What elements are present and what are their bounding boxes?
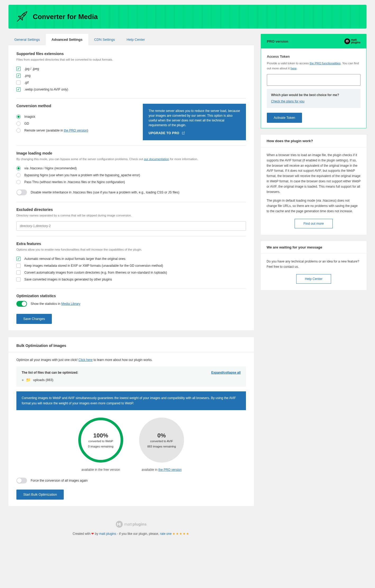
- tree-folder-label[interactable]: uploads (883): [33, 378, 53, 382]
- tab-cdn-settings[interactable]: CDN Settings: [88, 34, 121, 45]
- avif-notice: Converting images to WebP and AVIF simul…: [16, 391, 246, 410]
- section-bulk-optimization: Bulk Optimization of Images Optimize all…: [8, 337, 254, 506]
- link-expand-collapse[interactable]: Expand/collapse all: [211, 371, 241, 374]
- access-token-input[interactable]: [267, 74, 360, 86]
- checkbox-png[interactable]: [16, 74, 21, 78]
- toggle-show-statistics[interactable]: [16, 301, 27, 307]
- activate-token-button[interactable]: Activate Token: [267, 113, 302, 123]
- help-center-button[interactable]: Help Center: [296, 274, 331, 284]
- link-media-library[interactable]: Media Library: [61, 302, 80, 306]
- star-rating-icon: ★★★★★: [172, 532, 190, 536]
- start-bulk-optimization-button[interactable]: Start Bulk Optimization: [16, 490, 64, 500]
- link-documentation[interactable]: our documentation: [144, 157, 169, 161]
- plan-choice-box: Which plan would be the best choice for …: [267, 89, 360, 108]
- upgrade-promo: The remote server allows you to reduce t…: [143, 104, 246, 140]
- radio-bypass-nginx[interactable]: [16, 173, 21, 177]
- checkbox-jpg[interactable]: [16, 67, 21, 71]
- excluded-directories-input[interactable]: [16, 221, 246, 231]
- section-optimization-statistics: Optimization statistics Show the statist…: [16, 294, 246, 324]
- find-out-more-button[interactable]: Find out more: [295, 219, 332, 228]
- checkbox-convert-custom-dirs[interactable]: [16, 270, 21, 275]
- file-tree: The list of files that can be optimized:…: [16, 367, 246, 387]
- toggle-disable-rewrite[interactable]: [16, 189, 27, 195]
- checkbox-auto-removal[interactable]: [16, 257, 21, 261]
- tab-general-settings[interactable]: General Settings: [8, 34, 46, 45]
- link-pro-version-avif[interactable]: the PRO version: [158, 468, 182, 472]
- link-click-here[interactable]: Click here: [79, 358, 93, 362]
- link-pro-version[interactable]: the PRO version: [64, 129, 87, 132]
- upgrade-to-pro-link[interactable]: UPGRADE TO PRO: [149, 131, 240, 135]
- section-image-loading-mode: Image loading mode By changing this mode…: [16, 151, 246, 202]
- matt-plugins-badge: ⓜmattplugins: [344, 38, 360, 44]
- tree-expand-icon[interactable]: +: [22, 378, 24, 382]
- section-extra-features: Extra features Options allow you to enab…: [16, 242, 246, 288]
- tab-help-center[interactable]: Help Center: [121, 34, 151, 45]
- link-pro-functionalities[interactable]: the PRO functionalities: [310, 62, 341, 65]
- toggle-force-conversion[interactable]: [16, 478, 27, 483]
- checkbox-webp[interactable]: [16, 87, 21, 92]
- plugin-banner: Converter for Media: [8, 5, 367, 29]
- heart-icon: ❤: [91, 532, 94, 536]
- checkbox-gif[interactable]: [16, 80, 21, 85]
- link-matt-plugins[interactable]: matt plugins: [99, 532, 116, 536]
- link-here[interactable]: here: [291, 67, 297, 70]
- section-conversion-method: Conversion method Imagick GD Remote serv…: [16, 104, 246, 146]
- section-title: Supported files extensions: [16, 52, 246, 56]
- page-footer: mattplugins Created with ❤ by matt plugi…: [8, 513, 254, 538]
- checkbox-save-in-backups[interactable]: [16, 277, 21, 282]
- folder-icon: 📁: [26, 378, 31, 382]
- sidebar-pro-version: PRO version ⓜmattplugins Access Token Pr…: [261, 34, 367, 128]
- settings-tabs: General Settings Advanced Settings CDN S…: [8, 34, 254, 45]
- radio-remote-server[interactable]: [16, 128, 21, 133]
- tab-advanced-settings[interactable]: Advanced Settings: [46, 34, 88, 45]
- webp-progress-circle: 100% converted to WebP 0 images remainin…: [78, 418, 123, 463]
- matt-plugins-logo-icon: [116, 521, 123, 528]
- section-excluded-directories: Excluded directories Directory names sep…: [16, 207, 246, 236]
- section-supported-extensions: Supported files extensions Files from su…: [16, 52, 246, 98]
- checkbox-keep-metadata[interactable]: [16, 264, 21, 268]
- radio-imagick[interactable]: [16, 115, 21, 119]
- radio-htaccess[interactable]: [16, 166, 21, 170]
- sidebar-waiting-message: We are waiting for your message Do you h…: [261, 241, 367, 290]
- external-link-icon: [181, 131, 185, 135]
- sidebar-how-plugin-works: How does the plugin work? When a browser…: [261, 135, 367, 235]
- avif-progress-circle: 0% converted to AVIF 883 images remainin…: [139, 418, 184, 463]
- save-changes-button[interactable]: Save Changes: [16, 314, 52, 324]
- radio-gd[interactable]: [16, 121, 21, 126]
- link-rate-one[interactable]: rate one: [160, 532, 172, 536]
- radio-pass-thru[interactable]: [16, 180, 21, 184]
- link-check-plans[interactable]: Check the plans for you: [271, 99, 304, 103]
